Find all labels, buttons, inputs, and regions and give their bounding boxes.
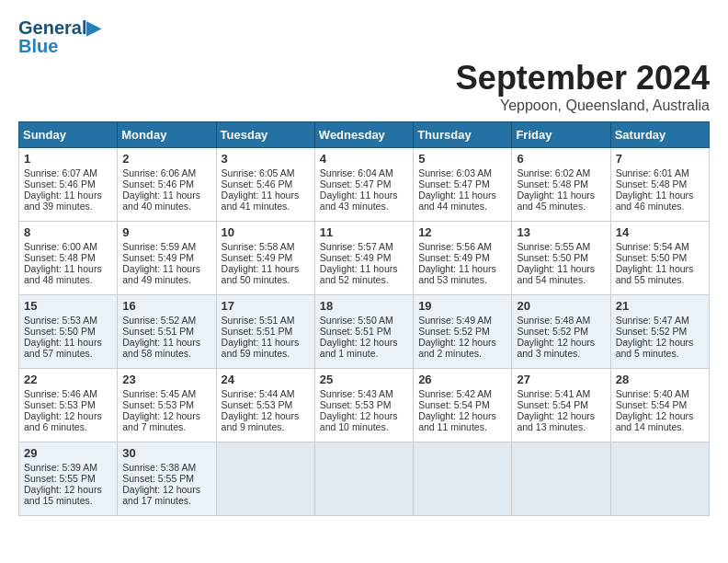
- table-row: 29Sunrise: 5:39 AMSunset: 5:55 PMDayligh…: [19, 442, 118, 516]
- table-row: 1Sunrise: 6:07 AMSunset: 5:46 PMDaylight…: [19, 148, 118, 222]
- logo-container: General▶ Blue: [18, 18, 710, 55]
- table-row: 25Sunrise: 5:43 AMSunset: 5:53 PMDayligh…: [314, 369, 413, 442]
- table-row: 15Sunrise: 5:53 AMSunset: 5:50 PMDayligh…: [19, 295, 118, 369]
- calendar: Sunday Monday Tuesday Wednesday Thursday…: [18, 121, 710, 516]
- table-row: 14Sunrise: 5:54 AMSunset: 5:50 PMDayligh…: [610, 222, 709, 295]
- table-row: 28Sunrise: 5:40 AMSunset: 5:54 PMDayligh…: [610, 369, 709, 442]
- table-row: 13Sunrise: 5:55 AMSunset: 5:50 PMDayligh…: [512, 222, 610, 295]
- table-row: [610, 442, 709, 516]
- table-row: 10Sunrise: 5:58 AMSunset: 5:49 PMDayligh…: [216, 222, 314, 295]
- table-row: 24Sunrise: 5:44 AMSunset: 5:53 PMDayligh…: [216, 369, 314, 442]
- month-year: September 2024: [18, 59, 710, 98]
- table-row: [512, 442, 610, 516]
- table-row: 22Sunrise: 5:46 AMSunset: 5:53 PMDayligh…: [19, 369, 118, 442]
- col-saturday: Saturday: [610, 122, 709, 148]
- table-row: 8Sunrise: 6:00 AMSunset: 5:48 PMDaylight…: [19, 222, 118, 295]
- table-row: [414, 442, 512, 516]
- col-thursday: Thursday: [414, 122, 512, 148]
- table-row: 5Sunrise: 6:03 AMSunset: 5:47 PMDaylight…: [414, 148, 512, 222]
- logo: General▶ Blue: [18, 18, 100, 55]
- table-row: 18Sunrise: 5:50 AMSunset: 5:51 PMDayligh…: [314, 295, 413, 369]
- table-row: 23Sunrise: 5:45 AMSunset: 5:53 PMDayligh…: [118, 369, 216, 442]
- table-row: 21Sunrise: 5:47 AMSunset: 5:52 PMDayligh…: [610, 295, 709, 369]
- header: September 2024 Yeppoon, Queensland, Aust…: [18, 59, 710, 114]
- table-row: [314, 442, 413, 516]
- table-row: 6Sunrise: 6:02 AMSunset: 5:48 PMDaylight…: [512, 148, 610, 222]
- location: Yeppoon, Queensland, Australia: [18, 98, 710, 114]
- table-row: 26Sunrise: 5:42 AMSunset: 5:54 PMDayligh…: [414, 369, 512, 442]
- col-monday: Monday: [118, 122, 216, 148]
- table-row: 27Sunrise: 5:41 AMSunset: 5:54 PMDayligh…: [512, 369, 610, 442]
- table-row: 3Sunrise: 6:05 AMSunset: 5:46 PMDaylight…: [216, 148, 314, 222]
- col-sunday: Sunday: [19, 122, 118, 148]
- table-row: 16Sunrise: 5:52 AMSunset: 5:51 PMDayligh…: [118, 295, 216, 369]
- col-friday: Friday: [512, 122, 610, 148]
- col-wednesday: Wednesday: [314, 122, 413, 148]
- table-row: 7Sunrise: 6:01 AMSunset: 5:48 PMDaylight…: [610, 148, 709, 222]
- table-row: 11Sunrise: 5:57 AMSunset: 5:49 PMDayligh…: [314, 222, 413, 295]
- table-row: 19Sunrise: 5:49 AMSunset: 5:52 PMDayligh…: [414, 295, 512, 369]
- table-row: 9Sunrise: 5:59 AMSunset: 5:49 PMDaylight…: [118, 222, 216, 295]
- table-row: 30Sunrise: 5:38 AMSunset: 5:55 PMDayligh…: [118, 442, 216, 516]
- table-row: 12Sunrise: 5:56 AMSunset: 5:49 PMDayligh…: [414, 222, 512, 295]
- table-row: 20Sunrise: 5:48 AMSunset: 5:52 PMDayligh…: [512, 295, 610, 369]
- table-row: 17Sunrise: 5:51 AMSunset: 5:51 PMDayligh…: [216, 295, 314, 369]
- col-tuesday: Tuesday: [216, 122, 314, 148]
- table-row: [216, 442, 314, 516]
- table-row: 2Sunrise: 6:06 AMSunset: 5:46 PMDaylight…: [118, 148, 216, 222]
- table-row: 4Sunrise: 6:04 AMSunset: 5:47 PMDaylight…: [314, 148, 413, 222]
